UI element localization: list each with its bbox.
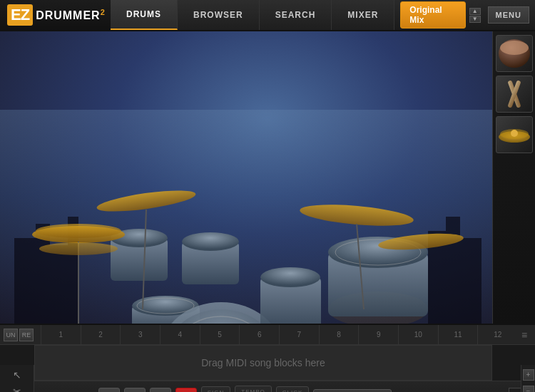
cymbal-thumb-image (496, 117, 532, 153)
svg-rect-1 (14, 238, 36, 324)
svg-point-36 (500, 41, 529, 55)
tab-browser[interactable]: BroWSER (178, 0, 260, 30)
timeline-num-11: 11 (438, 325, 478, 344)
volume-area: ◀ MIDI IN OUT (419, 388, 529, 392)
drum-area (0, 31, 535, 324)
svg-point-25 (36, 224, 121, 238)
right-panel (492, 31, 535, 324)
zoom-out-button[interactable]: − (523, 386, 534, 393)
preset-arrows: ▲ ▼ (469, 8, 481, 23)
stop-button[interactable]: ■ (124, 388, 146, 393)
timeline-bar: UN RE 1 2 3 4 5 6 7 8 9 10 11 12 ≡ (0, 325, 535, 345)
left-tools: ↖ ✂ (0, 365, 34, 392)
logo-ez: EZ (7, 4, 33, 26)
tab-drums[interactable]: DRUMS (111, 0, 178, 30)
nav-tabs: DRUMS BroWSER SeaRCH MIXER (111, 0, 394, 30)
logo-drummer: DRUMMER2 (36, 8, 106, 22)
click-label: Click (282, 389, 303, 392)
bottom-section: UN RE 1 2 3 4 5 6 7 8 9 10 11 12 ≡ ↖ ✂ D… (0, 324, 535, 392)
svg-point-23 (260, 267, 320, 287)
midi-timeline-area: ↖ ✂ Drag MIDI song blocks here + − (0, 345, 535, 381)
redo-button[interactable]: RE (19, 329, 34, 341)
menu-button[interactable]: MENU (488, 6, 529, 24)
preset-down-arrow[interactable]: ▼ (469, 16, 481, 23)
timeline-num-12: 12 (477, 325, 517, 344)
tab-mixer[interactable]: MIXER (332, 0, 394, 30)
timeline-num-3: 3 (120, 325, 160, 344)
svg-rect-6 (446, 217, 460, 324)
play-button[interactable]: ▶ (150, 388, 171, 393)
time-signature-box[interactable]: Sign 4/4 (201, 386, 231, 393)
right-scroll-area: + − (521, 365, 535, 392)
timeline-settings-icon[interactable]: ≡ (517, 329, 531, 341)
cut-tool-button[interactable]: ✂ (11, 385, 24, 393)
city-silhouette-svg (0, 110, 492, 324)
drum-thumb-stick[interactable] (496, 76, 533, 113)
song-creator-button[interactable]: Song Creator (313, 389, 392, 393)
logo-area: EZ DRUMMER2 (0, 0, 111, 30)
bottom-toolbar: T TOONTRACK ⟲ ■ ▶ ● Sign 4/4 Tempo 120 C… (0, 381, 535, 392)
timeline-numbers: 1 2 3 4 5 6 7 8 9 10 11 12 (41, 325, 517, 344)
undo-button[interactable]: UN (4, 329, 18, 341)
midi-drag-area[interactable]: Drag MIDI song blocks here (34, 345, 492, 381)
drag-midi-label: Drag MIDI song blocks here (201, 357, 325, 368)
svg-point-19 (182, 232, 239, 251)
undo-redo-area: UN RE (4, 329, 34, 341)
stick-thumb-image (496, 76, 532, 112)
timeline-num-6: 6 (239, 325, 279, 344)
svg-point-41 (511, 130, 518, 137)
record-button[interactable]: ● (175, 388, 197, 393)
timeline-num-8: 8 (319, 325, 359, 344)
timeline-num-5: 5 (200, 325, 240, 344)
zoom-in-button[interactable]: + (523, 369, 534, 381)
timeline-num-2: 2 (81, 325, 121, 344)
svg-rect-3 (50, 245, 68, 324)
drum-thumb-snare[interactable] (496, 35, 533, 72)
tab-search[interactable]: SeaRCH (260, 0, 332, 30)
select-tool-button[interactable]: ↖ (11, 368, 24, 381)
loop-button[interactable]: ⟲ (98, 388, 120, 393)
preset-selector[interactable]: Original Mix (400, 1, 465, 29)
drum-thumb-cymbal[interactable] (496, 116, 533, 153)
preset-up-arrow[interactable]: ▲ (469, 8, 481, 15)
timeline-num-4: 4 (160, 325, 200, 344)
tempo-label: Tempo (241, 388, 265, 392)
preset-area: Original Mix ▲ ▼ MENU (394, 1, 535, 29)
timeline-num-10: 10 (398, 325, 438, 344)
svg-point-32 (39, 242, 118, 255)
click-box[interactable]: Click ♩ (276, 386, 310, 392)
header: EZ DRUMMER2 DRUMS BroWSER SeaRCH MIXER O… (0, 0, 535, 31)
tempo-box[interactable]: Tempo 120 (235, 386, 271, 392)
svg-rect-7 (460, 238, 482, 324)
snare-thumb-image (496, 36, 532, 71)
timeline-num-9: 9 (358, 325, 398, 344)
time-signature-label: Sign (208, 389, 225, 393)
timeline-num-1: 1 (41, 325, 81, 344)
timeline-num-7: 7 (279, 325, 319, 344)
